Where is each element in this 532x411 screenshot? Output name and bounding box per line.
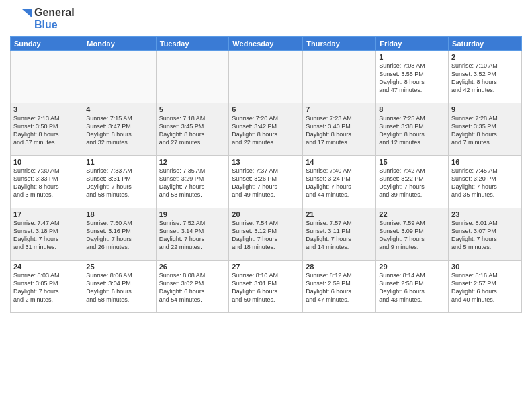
day-info: Sunrise: 7:20 AMSunset: 3:42 PMDaylight:… [232, 114, 300, 147]
logo-svg [10, 8, 32, 30]
day-number: 25 [86, 263, 152, 271]
day-number: 3 [13, 105, 80, 113]
calendar-cell: 25Sunrise: 8:06 AMSunset: 3:04 PMDayligh… [83, 261, 156, 313]
day-number: 7 [306, 105, 373, 113]
day-info: Sunrise: 7:18 AMSunset: 3:45 PMDaylight:… [159, 114, 226, 147]
calendar-header-sunday: Sunday [11, 37, 83, 51]
day-info: Sunrise: 7:40 AMSunset: 3:24 PMDaylight:… [306, 167, 373, 199]
day-number: 13 [232, 158, 300, 166]
day-number: 10 [13, 158, 80, 166]
day-number: 2 [451, 53, 519, 61]
calendar-header-saturday: Saturday [449, 37, 522, 51]
calendar-cell: 13Sunrise: 7:37 AMSunset: 3:26 PMDayligh… [229, 156, 303, 208]
day-info: Sunrise: 7:35 AMSunset: 3:29 PMDaylight:… [159, 167, 226, 199]
day-number: 21 [306, 210, 373, 218]
day-info: Sunrise: 7:10 AMSunset: 3:52 PMDaylight:… [451, 62, 519, 95]
svg-rect-1 [10, 11, 24, 27]
day-number: 5 [159, 105, 226, 113]
calendar-cell: 15Sunrise: 7:42 AMSunset: 3:22 PMDayligh… [376, 156, 449, 208]
calendar-cell: 12Sunrise: 7:35 AMSunset: 3:29 PMDayligh… [156, 156, 229, 208]
calendar-cell: 8Sunrise: 7:25 AMSunset: 3:38 PMDaylight… [376, 103, 449, 156]
calendar-cell: 5Sunrise: 7:18 AMSunset: 3:45 PMDaylight… [156, 103, 229, 156]
calendar-cell: 2Sunrise: 7:10 AMSunset: 3:52 PMDaylight… [449, 51, 522, 103]
day-number: 27 [232, 263, 300, 271]
day-info: Sunrise: 8:10 AMSunset: 3:01 PMDaylight:… [232, 271, 300, 304]
logo-blue: Blue [34, 19, 58, 30]
svg-marker-0 [22, 9, 32, 17]
day-info: Sunrise: 8:16 AMSunset: 2:57 PMDaylight:… [451, 271, 519, 304]
calendar-cell: 26Sunrise: 8:08 AMSunset: 3:02 PMDayligh… [156, 261, 229, 313]
day-number: 1 [379, 53, 445, 61]
calendar-cell: 1Sunrise: 7:08 AMSunset: 3:55 PMDaylight… [376, 51, 449, 103]
day-number: 6 [232, 105, 300, 113]
calendar-cell: 30Sunrise: 8:16 AMSunset: 2:57 PMDayligh… [449, 261, 522, 313]
calendar-cell [303, 51, 376, 103]
calendar-header-wednesday: Wednesday [229, 37, 303, 51]
calendar-week-2: 3Sunrise: 7:13 AMSunset: 3:50 PMDaylight… [11, 103, 522, 156]
day-number: 29 [379, 263, 445, 271]
day-number: 19 [159, 210, 226, 218]
calendar-week-1: 1Sunrise: 7:08 AMSunset: 3:55 PMDaylight… [11, 51, 522, 103]
day-number: 30 [451, 263, 519, 271]
day-info: Sunrise: 7:52 AMSunset: 3:14 PMDaylight:… [159, 219, 226, 252]
page: General Blue SundayMondayTuesdayWednesda… [0, 0, 532, 411]
calendar-header-friday: Friday [376, 37, 449, 51]
calendar-cell: 9Sunrise: 7:28 AMSunset: 3:35 PMDaylight… [449, 103, 522, 156]
calendar-week-3: 10Sunrise: 7:30 AMSunset: 3:33 PMDayligh… [11, 156, 522, 208]
day-info: Sunrise: 7:23 AMSunset: 3:40 PMDaylight:… [306, 114, 373, 147]
day-info: Sunrise: 7:33 AMSunset: 3:31 PMDaylight:… [86, 167, 152, 199]
day-number: 9 [451, 105, 519, 113]
day-info: Sunrise: 7:47 AMSunset: 3:18 PMDaylight:… [13, 219, 80, 252]
day-info: Sunrise: 7:54 AMSunset: 3:12 PMDaylight:… [232, 219, 300, 252]
calendar-cell [229, 51, 303, 103]
calendar-cell: 11Sunrise: 7:33 AMSunset: 3:31 PMDayligh… [83, 156, 156, 208]
day-number: 12 [159, 158, 226, 166]
day-info: Sunrise: 8:12 AMSunset: 2:59 PMDaylight:… [306, 271, 373, 304]
day-info: Sunrise: 7:45 AMSunset: 3:20 PMDaylight:… [451, 167, 519, 199]
calendar-cell: 21Sunrise: 7:57 AMSunset: 3:11 PMDayligh… [303, 208, 376, 261]
day-info: Sunrise: 7:57 AMSunset: 3:11 PMDaylight:… [306, 219, 373, 252]
calendar-cell: 17Sunrise: 7:47 AMSunset: 3:18 PMDayligh… [11, 208, 83, 261]
day-number: 24 [13, 263, 80, 271]
day-number: 28 [306, 263, 373, 271]
calendar-cell: 24Sunrise: 8:03 AMSunset: 3:05 PMDayligh… [11, 261, 83, 313]
calendar-week-4: 17Sunrise: 7:47 AMSunset: 3:18 PMDayligh… [11, 208, 522, 261]
day-info: Sunrise: 7:59 AMSunset: 3:09 PMDaylight:… [379, 219, 445, 252]
calendar-cell: 4Sunrise: 7:15 AMSunset: 3:47 PMDaylight… [83, 103, 156, 156]
calendar-cell: 29Sunrise: 8:14 AMSunset: 2:58 PMDayligh… [376, 261, 449, 313]
calendar-cell [11, 51, 83, 103]
day-number: 22 [379, 210, 445, 218]
calendar-cell: 14Sunrise: 7:40 AMSunset: 3:24 PMDayligh… [303, 156, 376, 208]
day-number: 11 [86, 158, 152, 166]
day-info: Sunrise: 7:50 AMSunset: 3:16 PMDaylight:… [86, 219, 152, 252]
day-number: 14 [306, 158, 373, 166]
day-info: Sunrise: 7:13 AMSunset: 3:50 PMDaylight:… [13, 114, 80, 147]
calendar-cell: 19Sunrise: 7:52 AMSunset: 3:14 PMDayligh… [156, 208, 229, 261]
day-number: 16 [451, 158, 519, 166]
day-info: Sunrise: 7:25 AMSunset: 3:38 PMDaylight:… [379, 114, 445, 147]
day-info: Sunrise: 8:14 AMSunset: 2:58 PMDaylight:… [379, 271, 445, 304]
calendar-header-monday: Monday [83, 37, 156, 51]
calendar-cell: 23Sunrise: 8:01 AMSunset: 3:07 PMDayligh… [449, 208, 522, 261]
logo-general: General [34, 7, 75, 18]
day-info: Sunrise: 7:42 AMSunset: 3:22 PMDaylight:… [379, 167, 445, 199]
calendar-cell: 27Sunrise: 8:10 AMSunset: 3:01 PMDayligh… [229, 261, 303, 313]
day-info: Sunrise: 7:30 AMSunset: 3:33 PMDaylight:… [13, 167, 80, 199]
day-info: Sunrise: 7:15 AMSunset: 3:47 PMDaylight:… [86, 114, 152, 147]
calendar-cell: 7Sunrise: 7:23 AMSunset: 3:40 PMDaylight… [303, 103, 376, 156]
calendar-cell [83, 51, 156, 103]
day-number: 26 [159, 263, 226, 271]
day-number: 17 [13, 210, 80, 218]
day-info: Sunrise: 7:37 AMSunset: 3:26 PMDaylight:… [232, 167, 300, 199]
calendar-cell: 28Sunrise: 8:12 AMSunset: 2:59 PMDayligh… [303, 261, 376, 313]
day-info: Sunrise: 8:06 AMSunset: 3:04 PMDaylight:… [86, 271, 152, 304]
calendar-header-thursday: Thursday [303, 37, 376, 51]
day-number: 15 [379, 158, 445, 166]
day-info: Sunrise: 8:01 AMSunset: 3:07 PMDaylight:… [451, 219, 519, 252]
day-info: Sunrise: 8:08 AMSunset: 3:02 PMDaylight:… [159, 271, 226, 304]
calendar-week-5: 24Sunrise: 8:03 AMSunset: 3:05 PMDayligh… [11, 261, 522, 313]
calendar-cell: 10Sunrise: 7:30 AMSunset: 3:33 PMDayligh… [11, 156, 83, 208]
day-info: Sunrise: 7:28 AMSunset: 3:35 PMDaylight:… [451, 114, 519, 147]
calendar-header-tuesday: Tuesday [156, 37, 229, 51]
calendar-cell: 18Sunrise: 7:50 AMSunset: 3:16 PMDayligh… [83, 208, 156, 261]
